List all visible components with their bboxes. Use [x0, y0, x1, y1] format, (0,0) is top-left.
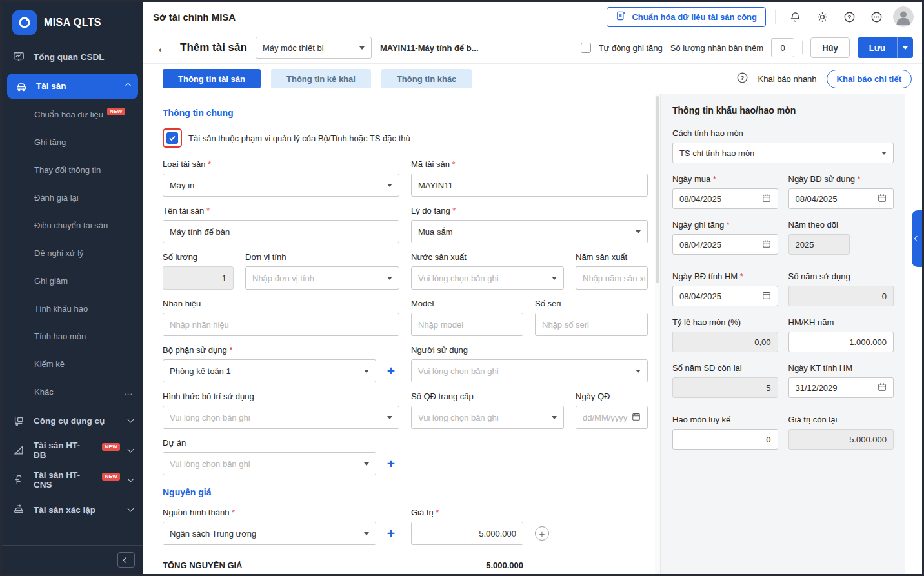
- increase-reason-select[interactable]: Mua sắm: [411, 220, 648, 243]
- increase-date-input[interactable]: 08/04/2025: [672, 234, 778, 255]
- tab-thong-tin-tai-san[interactable]: Thông tin tài sản: [163, 69, 261, 88]
- hm-per-year-input[interactable]: 1.000.000: [788, 332, 894, 352]
- sidebar-collapse-button[interactable]: [117, 552, 135, 568]
- field-label: Ngày mua: [672, 174, 778, 184]
- notifications-bell-icon[interactable]: [785, 6, 805, 27]
- hm-start-date-input[interactable]: 08/04/2025: [672, 286, 778, 306]
- sidebar-item-tai-san[interactable]: Tài sản: [7, 74, 138, 99]
- chevron-down-icon: [552, 277, 557, 280]
- calendar-icon[interactable]: [762, 291, 771, 302]
- serial-input[interactable]: Nhập số seri: [535, 313, 648, 336]
- sidebar-item-tong-quan-csdl[interactable]: Tổng quan CSDL: [2, 42, 143, 72]
- more-dots-icon[interactable]: ...: [124, 387, 133, 397]
- chevron-down-icon: [636, 370, 641, 373]
- scrollbar-thumb[interactable]: [656, 96, 659, 283]
- help-icon[interactable]: ?: [839, 6, 859, 27]
- save-split-button[interactable]: Lưu: [858, 37, 913, 58]
- detail-declare-button[interactable]: Khai báo chi tiết: [827, 70, 912, 88]
- tools-icon: [12, 415, 25, 426]
- scope-checkbox-label: Tài sản thuộc phạm vi quản lý của Bộ/Tỉn…: [188, 134, 410, 143]
- country-select[interactable]: Vui lòng chọn bản ghi: [411, 266, 564, 290]
- chevron-down-icon: [128, 475, 134, 482]
- clone-count-input[interactable]: 0: [771, 38, 794, 57]
- sidebar-item-tai-san-xac-lap[interactable]: Tài sản xác lập: [2, 495, 143, 524]
- field-label: Tỷ lệ hao mòn (%): [672, 317, 778, 327]
- brand-input[interactable]: Nhập nhãn hiệu: [163, 313, 399, 336]
- decision-date-input[interactable]: dd/MM/yyyy: [576, 406, 648, 429]
- sidebar-subitem-kiem-ke[interactable]: Kiểm kê: [2, 350, 143, 378]
- save-button[interactable]: Lưu: [858, 37, 897, 58]
- sidebar-item-tai-san-ht-db[interactable]: Tài sản HT-ĐB NEW: [2, 435, 143, 465]
- sidebar-subitem-danh-gia-lai[interactable]: Đánh giá lại: [2, 184, 143, 212]
- add-department-button[interactable]: +: [383, 359, 399, 382]
- auto-increase-checkbox[interactable]: [581, 43, 591, 53]
- help-circle-icon[interactable]: ?: [736, 72, 748, 86]
- settings-gear-icon[interactable]: [812, 6, 832, 27]
- add-fund-source-button[interactable]: +: [383, 522, 399, 545]
- svg-text:?: ?: [740, 74, 744, 81]
- sidebar: MISA QLTS Tổng quan CSDL Tài sản Chuẩn h…: [2, 2, 143, 574]
- scope-checkbox[interactable]: [166, 132, 178, 144]
- accumulated-wear-input[interactable]: 0: [672, 429, 778, 450]
- sidebar-subitem-tinh-khau-hao[interactable]: Tính khấu hao: [2, 295, 143, 323]
- sidebar-subitem-dieu-chuyen-tai-san[interactable]: Điều chuyển tài sản: [2, 212, 143, 239]
- calendar-icon[interactable]: [762, 239, 771, 250]
- sidebar-subitem-khac[interactable]: Khác ...: [2, 378, 143, 406]
- quick-declare-button[interactable]: Khai báo nhanh: [758, 74, 817, 84]
- save-dropdown-toggle[interactable]: [897, 37, 913, 58]
- asset-value-input[interactable]: 5.000.000: [411, 522, 523, 545]
- field-label: Giá trị: [411, 508, 523, 517]
- asset-name-input[interactable]: Máy tính để bàn: [163, 220, 399, 243]
- calendar-icon[interactable]: [878, 194, 887, 204]
- user-select[interactable]: Vui lòng chọn bản ghi: [411, 359, 648, 382]
- sidebar-subitem-ghi-giam[interactable]: Ghi giảm: [2, 267, 143, 295]
- chevron-left-icon: [914, 236, 919, 241]
- back-arrow-icon[interactable]: ←: [154, 41, 172, 54]
- hm-end-date-input[interactable]: 31/12/2029: [788, 377, 894, 398]
- field-label: Ngày ghi tăng: [672, 220, 778, 230]
- sidebar-item-tai-san-ht-cns[interactable]: Tài sản HT-CNS NEW: [2, 465, 143, 495]
- asset-category-select[interactable]: Máy móc thiết bị: [256, 37, 372, 59]
- panel-title: Thông tin khấu hao/hao mòn: [672, 105, 894, 115]
- asset-type-select[interactable]: Máy in: [163, 174, 399, 197]
- cancel-button[interactable]: Hủy: [810, 37, 850, 58]
- tab-thong-tin-ke-khai[interactable]: Thông tin kê khai: [271, 69, 371, 88]
- project-select[interactable]: Vui lòng chọn bản ghi: [163, 452, 376, 475]
- unit-select[interactable]: Nhập đơn vị tính: [245, 266, 399, 290]
- declare-mode-switch: ? Khai báo nhanh Khai báo chi tiết: [736, 70, 912, 88]
- panel-collapse-handle[interactable]: [912, 210, 922, 267]
- sidebar-subitem-ghi-tang[interactable]: Ghi tăng: [2, 128, 143, 156]
- year-made-input[interactable]: Nhập năm sản xuất: [576, 266, 648, 290]
- sidebar-item-cong-cu-dung-cu[interactable]: Công cụ dụng cụ: [2, 406, 143, 435]
- sidebar-subitem-thay-doi-thong-tin[interactable]: Thay đổi thông tin: [2, 156, 143, 184]
- field-label: Lý do tăng: [411, 206, 648, 215]
- calendar-icon[interactable]: [762, 194, 771, 204]
- more-options-icon[interactable]: [866, 6, 887, 27]
- field-label: Nguồn hình thành: [163, 508, 399, 517]
- total-cost-label: TỔNG NGUYÊN GIÁ: [163, 561, 399, 570]
- form-scrollbar[interactable]: [655, 94, 660, 574]
- model-input[interactable]: Nhập model: [411, 313, 523, 336]
- calendar-icon[interactable]: [878, 382, 887, 393]
- arrangement-select[interactable]: Vui lòng chọn bản ghi: [163, 406, 399, 429]
- calendar-icon[interactable]: [632, 412, 641, 423]
- standardize-data-button[interactable]: Chuẩn hóa dữ liệu tài sản công: [607, 7, 766, 27]
- buy-date-input[interactable]: 08/04/2025: [672, 188, 778, 209]
- user-avatar[interactable]: [893, 6, 914, 27]
- new-badge: NEW: [102, 473, 120, 481]
- add-project-button[interactable]: +: [383, 452, 399, 475]
- decision-no-select[interactable]: Vui lòng chọn bản ghi: [411, 406, 564, 429]
- fund-source-select[interactable]: Ngân sách Trung ương: [163, 522, 376, 545]
- sidebar-subitem-de-nghi-xu-ly[interactable]: Đề nghị xử lý: [2, 239, 143, 267]
- field-label: Tên tài sản: [163, 206, 399, 215]
- start-use-date-input[interactable]: 08/04/2025: [788, 188, 894, 209]
- sidebar-subitem-tinh-hao-mon[interactable]: Tính hao mòn: [2, 323, 143, 350]
- tab-thong-tin-khac[interactable]: Thông tin khác: [381, 69, 472, 88]
- asset-code-input[interactable]: MAYIN11: [411, 174, 648, 197]
- depreciation-method-select[interactable]: TS chỉ tính hao mòn: [672, 143, 894, 163]
- add-fund-row-button[interactable]: +: [535, 526, 549, 541]
- asset-icon: [15, 81, 28, 92]
- department-select[interactable]: Phòng kế toán 1: [163, 359, 376, 382]
- field-label: Nhãn hiệu: [163, 299, 399, 308]
- sidebar-subitem-chuan-hoa-du-lieu[interactable]: Chuẩn hóa dữ liệu NEW: [2, 101, 143, 128]
